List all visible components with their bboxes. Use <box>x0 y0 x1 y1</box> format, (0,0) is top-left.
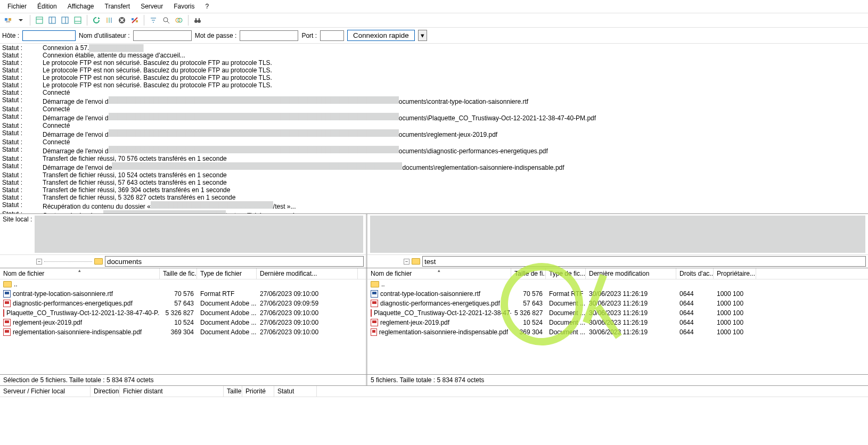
local-columns[interactable]: Nom de fichier Taille de fic... Type de … <box>0 268 366 279</box>
file-name: reglement-jeux-2019.pdf <box>380 319 449 326</box>
qcol-priority[interactable]: Priorité <box>242 386 274 397</box>
search-icon[interactable] <box>160 14 172 26</box>
pdf-file-icon <box>371 328 377 336</box>
remote-file-list[interactable]: ..contrat-type-location-saisonniere.rtf7… <box>367 279 868 337</box>
file-row[interactable]: diagnostic-performances-energetiques.pdf… <box>367 299 868 308</box>
local-path-redacted <box>35 216 363 253</box>
svg-rect-0 <box>5 18 7 21</box>
file-size: 369 304 <box>511 328 546 336</box>
col-size[interactable]: Taille de fi... <box>511 268 546 279</box>
svg-rect-8 <box>62 17 68 23</box>
col-type[interactable]: Type de fichier <box>197 268 257 279</box>
file-row[interactable]: Plaquette_CO_Trustiway-Oct-12-2021-12-38… <box>367 308 868 318</box>
log-row: Statut :Connexion à 57.████████████ <box>2 44 866 52</box>
file-row[interactable]: diagnostic-performances-energetiques.pdf… <box>0 299 366 308</box>
file-size: 57 643 <box>511 300 546 307</box>
file-row[interactable]: reglement-jeux-2019.pdf10 524Document ..… <box>367 318 868 327</box>
menu-view[interactable]: Affichage <box>62 1 100 12</box>
username-input[interactable] <box>133 30 192 41</box>
process-queue-icon[interactable] <box>103 14 115 26</box>
col-size[interactable]: Taille de fic... <box>160 268 197 279</box>
pass-label: Mot de passe : <box>195 32 237 39</box>
file-perms: 0644 <box>676 319 714 326</box>
toggle-remotetree-icon[interactable] <box>59 14 71 26</box>
disconnect-icon[interactable] <box>129 14 141 26</box>
message-log[interactable]: Statut :Connexion à 57.████████████Statu… <box>0 44 868 214</box>
menu-file[interactable]: Fichier <box>2 1 32 12</box>
col-date[interactable]: Dernière modification <box>586 268 676 279</box>
menu-transfer[interactable]: Transfert <box>100 1 136 12</box>
log-row: Statut :Récupération du contenu du dossi… <box>2 201 866 210</box>
quickconnect-button[interactable]: Connexion rapide <box>347 30 414 41</box>
file-type: Document ... <box>546 300 586 307</box>
log-row: Statut :Démarrage de l'envoi de█████████… <box>2 162 866 171</box>
rtf-file-icon <box>371 290 378 298</box>
file-row[interactable]: contrat-type-location-saisonniere.rtf70 … <box>367 289 868 299</box>
file-type: Document Adobe ... <box>197 328 257 336</box>
file-row[interactable]: reglementation-saisonniere-indispensable… <box>0 327 366 337</box>
filter-icon[interactable] <box>148 14 159 26</box>
file-date: 27/06/2023 09:10:00 <box>257 309 358 317</box>
file-name: diagnostic-performances-energetiques.pdf <box>380 300 500 307</box>
menu-bookmarks[interactable]: Favoris <box>168 1 200 12</box>
menu-edit[interactable]: Édition <box>32 1 62 12</box>
file-name: Plaquette_CO_Trustiway-Oct-12-2021-12-38… <box>374 309 511 317</box>
toggle-queue-icon[interactable] <box>72 14 84 26</box>
port-input[interactable] <box>320 30 344 41</box>
sitemanager-icon[interactable] <box>2 14 14 26</box>
file-name: reglement-jeux-2019.pdf <box>13 319 82 326</box>
local-file-list[interactable]: ..contrat-type-location-saisonniere.rtf7… <box>0 279 366 337</box>
file-size: 5 326 827 <box>511 309 546 317</box>
host-input[interactable] <box>22 30 76 41</box>
svg-rect-10 <box>75 17 81 23</box>
col-owner[interactable]: Propriétaire... <box>714 268 756 279</box>
qcol-direction[interactable]: Direction <box>91 386 120 397</box>
tree-collapse-icon[interactable]: − <box>404 259 410 265</box>
menu-help[interactable]: ? <box>200 1 215 12</box>
parent-dir-row[interactable]: .. <box>0 279 366 289</box>
file-row[interactable]: contrat-type-location-saisonniere.rtf70 … <box>0 289 366 299</box>
compare-icon[interactable] <box>173 14 185 26</box>
remote-dir-input[interactable] <box>422 256 866 267</box>
file-perms: 0644 <box>676 309 714 317</box>
file-row[interactable]: reglement-jeux-2019.pdf10 524Document Ad… <box>0 318 366 327</box>
log-row: Statut :Connecté <box>2 105 866 113</box>
qcol-size[interactable]: Taille <box>224 386 242 397</box>
remote-status: 5 fichiers. Taille totale : 5 834 874 oc… <box>367 375 868 385</box>
menu-server[interactable]: Serveur <box>135 1 168 12</box>
local-tree-row[interactable]: − <box>0 254 366 268</box>
sitemanager-dropdown-icon[interactable] <box>15 14 27 26</box>
qcol-remote[interactable]: Fichier distant <box>120 386 224 397</box>
tree-collapse-icon[interactable]: − <box>36 259 42 265</box>
remote-columns[interactable]: Nom de fichier Taille de fi... Type de f… <box>367 268 868 279</box>
svg-rect-32 <box>199 18 200 20</box>
remote-tree-row[interactable]: − <box>367 254 868 268</box>
svg-line-26 <box>167 21 169 23</box>
col-filename[interactable]: Nom de fichier <box>367 268 511 279</box>
folder-icon <box>94 258 103 265</box>
quickconnect-dropdown[interactable]: ▾ <box>418 30 427 41</box>
toggle-localtree-icon[interactable] <box>46 14 58 26</box>
password-input[interactable] <box>240 30 298 41</box>
pdf-file-icon <box>3 309 4 317</box>
col-perms[interactable]: Droits d'ac... <box>676 268 714 279</box>
parent-dir-row[interactable]: .. <box>367 279 868 289</box>
cancel-icon[interactable] <box>116 14 128 26</box>
col-filename[interactable]: Nom de fichier <box>0 268 160 279</box>
toggle-log-icon[interactable] <box>34 14 45 26</box>
qcol-status[interactable]: Statut <box>274 386 317 397</box>
col-type[interactable]: Type de fic... <box>546 268 586 279</box>
binoculars-icon[interactable] <box>192 14 203 26</box>
refresh-icon[interactable] <box>91 14 102 26</box>
local-dir-input[interactable] <box>105 256 364 267</box>
file-date: 27/06/2023 09:10:00 <box>257 319 358 326</box>
qcol-server[interactable]: Serveur / Fichier local <box>0 386 91 397</box>
file-size: 10 524 <box>511 319 546 326</box>
transfer-queue-header[interactable]: Serveur / Fichier local Direction Fichie… <box>0 386 868 397</box>
pdf-file-icon <box>3 328 11 336</box>
file-row[interactable]: reglementation-saisonniere-indispensable… <box>367 327 868 337</box>
file-name: Plaquette_CO_Trustiway-Oct-12-2021-12-38… <box>6 309 160 317</box>
file-size: 369 304 <box>160 328 197 336</box>
file-row[interactable]: Plaquette_CO_Trustiway-Oct-12-2021-12-38… <box>0 308 366 318</box>
col-date[interactable]: Dernière modificat... <box>257 268 358 279</box>
